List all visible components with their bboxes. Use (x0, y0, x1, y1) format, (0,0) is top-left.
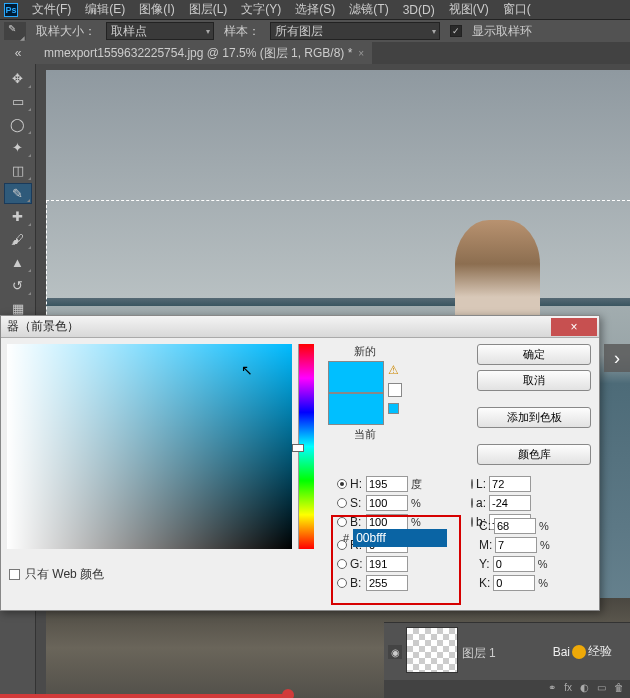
video-progress-thumb[interactable] (282, 689, 294, 698)
h-input[interactable] (366, 476, 408, 492)
app-logo: Ps (4, 3, 18, 17)
menu-edit[interactable]: 编辑(E) (85, 1, 125, 18)
web-only-checkbox[interactable] (9, 569, 20, 580)
next-slide-button[interactable]: › (604, 344, 630, 372)
M-input[interactable] (495, 537, 537, 553)
stamp-tool[interactable]: ▲ (4, 252, 32, 273)
new-color-label: 新的 (354, 344, 376, 359)
b-radio[interactable] (337, 517, 347, 527)
tab-scroll-left[interactable]: « (0, 42, 36, 64)
menu-select[interactable]: 选择(S) (295, 1, 335, 18)
photo-subject (455, 220, 540, 330)
web-only-label: 只有 Web 颜色 (25, 566, 104, 583)
hex-label: # (343, 532, 349, 544)
menu-file[interactable]: 文件(F) (32, 1, 71, 18)
layer-visibility-icon[interactable]: ◉ (388, 645, 402, 659)
marquee-tool[interactable]: ▭ (4, 91, 32, 112)
a-radio[interactable] (471, 498, 473, 508)
dialog-title: 器（前景色） (7, 318, 79, 335)
C-input[interactable] (494, 518, 536, 534)
dialog-titlebar[interactable]: 器（前景色） × (1, 316, 599, 338)
menu-3d[interactable]: 3D(D) (403, 3, 435, 17)
new-color-swatch (328, 361, 384, 393)
websafe-swatch-icon[interactable] (388, 403, 399, 414)
menu-image[interactable]: 图像(I) (139, 1, 174, 18)
a-input[interactable] (489, 495, 531, 511)
L-input[interactable] (489, 476, 531, 492)
move-tool[interactable]: ✥ (4, 68, 32, 89)
s-radio[interactable] (337, 498, 347, 508)
paw-icon (572, 645, 586, 659)
sample-label: 样本： (224, 23, 260, 40)
bb-radio[interactable] (471, 517, 473, 527)
add-swatches-button[interactable]: 添加到色板 (477, 407, 591, 428)
cube-icon[interactable] (388, 383, 402, 397)
mouse-cursor: ↖ (241, 362, 253, 378)
g-row: G: (337, 556, 463, 572)
photo-horizon (46, 298, 630, 306)
close-tab-icon[interactable]: × (358, 48, 364, 59)
s-input[interactable] (366, 495, 408, 511)
hex-input[interactable] (353, 529, 447, 547)
healing-tool[interactable]: ✚ (4, 206, 32, 227)
color-library-button[interactable]: 颜色库 (477, 444, 591, 465)
b-input[interactable] (366, 514, 408, 530)
K-input[interactable] (493, 575, 535, 591)
sample-size-select[interactable]: 取样点 (106, 22, 214, 40)
main-menu-bar: Ps 文件(F) 编辑(E) 图像(I) 图层(L) 文字(Y) 选择(S) 滤… (0, 0, 630, 20)
menu-view[interactable]: 视图(V) (449, 1, 489, 18)
history-brush-tool[interactable]: ↺ (4, 275, 32, 296)
document-tab[interactable]: mmexport1559632225754.jpg @ 17.5% (图层 1,… (36, 42, 372, 65)
ok-button[interactable]: 确定 (477, 344, 591, 365)
show-ring-checkbox[interactable]: ✓ (450, 25, 462, 37)
bl-radio[interactable] (337, 578, 347, 588)
Y-input[interactable] (493, 556, 535, 572)
layers-panel-buttons: ⚭ fx ◐ ▭ 🗑 (384, 680, 630, 698)
menu-type[interactable]: 文字(Y) (241, 1, 281, 18)
group-icon[interactable]: ▭ (597, 682, 606, 696)
crop-tool[interactable]: ◫ (4, 160, 32, 181)
sample-size-label: 取样大小： (36, 23, 96, 40)
bl-input[interactable] (366, 575, 408, 591)
video-progress-bar[interactable] (0, 694, 288, 698)
watermark: BaiBai 经验经验 (553, 643, 612, 660)
g-input[interactable] (366, 556, 408, 572)
gamut-warning-icon[interactable]: ⚠ (388, 363, 402, 377)
current-color-swatch (328, 393, 384, 425)
menu-window[interactable]: 窗口( (503, 1, 531, 18)
menu-layer[interactable]: 图层(L) (189, 1, 228, 18)
h-radio[interactable] (337, 479, 347, 489)
hex-row: # (343, 529, 447, 547)
color-picker-dialog: 器（前景色） × ↖ 新的 ⚠ 当前 H:度 (0, 315, 600, 611)
fx-icon[interactable]: fx (564, 682, 572, 696)
magic-wand-tool[interactable]: ✦ (4, 137, 32, 158)
s-row: S:% (337, 495, 463, 511)
h-row: H:度 (337, 476, 463, 492)
tool-preset-icon[interactable] (4, 22, 26, 40)
web-only-row: 只有 Web 颜色 (9, 566, 104, 583)
b-row: B:% (337, 514, 463, 530)
link-layers-icon[interactable]: ⚭ (548, 682, 556, 696)
layer-thumbnail[interactable] (406, 627, 458, 673)
g-radio[interactable] (337, 559, 347, 569)
brush-tool[interactable]: 🖌 (4, 229, 32, 250)
dialog-close-button[interactable]: × (551, 318, 597, 336)
sample-layers-select[interactable]: 所有图层 (270, 22, 440, 40)
document-tab-bar: « mmexport1559632225754.jpg @ 17.5% (图层 … (0, 42, 630, 64)
menu-filter[interactable]: 滤镜(T) (349, 1, 388, 18)
marching-ants-top (46, 200, 630, 202)
show-ring-label: 显示取样环 (472, 23, 532, 40)
cancel-button[interactable]: 取消 (477, 370, 591, 391)
saturation-slider[interactable] (294, 344, 302, 549)
photo-sky (46, 70, 630, 298)
eyedropper-tool[interactable]: ✎ (4, 183, 32, 204)
delete-layer-icon[interactable]: 🗑 (614, 682, 624, 696)
current-color-label: 当前 (354, 427, 376, 442)
document-tab-title: mmexport1559632225754.jpg @ 17.5% (图层 1,… (44, 45, 352, 62)
mask-icon[interactable]: ◐ (580, 682, 589, 696)
L-radio[interactable] (471, 479, 473, 489)
lasso-tool[interactable]: ◯ (4, 114, 32, 135)
options-bar: 取样大小： 取样点 样本： 所有图层 ✓ 显示取样环 (0, 20, 630, 42)
bl-row: B: (337, 575, 463, 591)
